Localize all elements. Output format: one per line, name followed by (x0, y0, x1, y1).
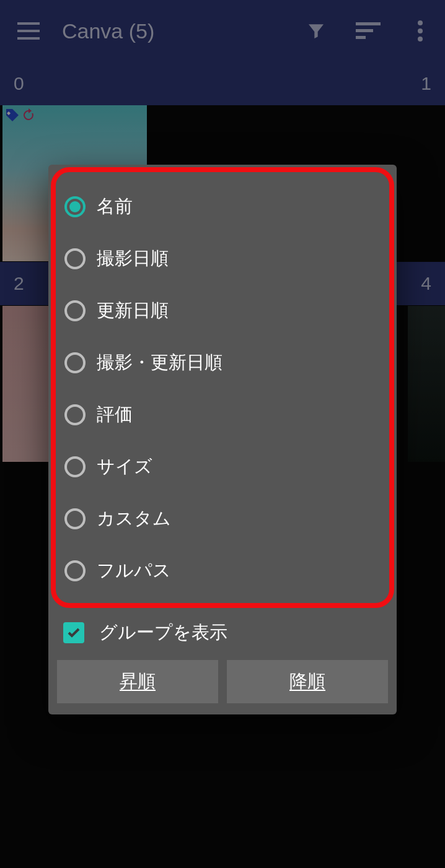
radio-dot (69, 461, 81, 472)
sort-option-row[interactable]: 名前 (58, 181, 387, 233)
sort-option-row[interactable]: 撮影・更新日順 (58, 337, 387, 389)
sort-option-label: 名前 (97, 194, 133, 219)
radio-button[interactable] (64, 404, 86, 425)
radio-dot (69, 357, 81, 368)
radio-button[interactable] (64, 196, 86, 217)
dialog-buttons: 昇順 降順 (48, 655, 397, 707)
descending-button[interactable]: 降順 (227, 660, 388, 703)
radio-button[interactable] (64, 300, 86, 321)
radio-button[interactable] (64, 352, 86, 373)
radio-button[interactable] (64, 560, 86, 581)
radio-dot (69, 253, 81, 264)
show-groups-row[interactable]: グループを表示 (48, 610, 397, 655)
sort-option-label: 撮影・更新日順 (97, 350, 222, 375)
show-groups-label: グループを表示 (99, 620, 227, 645)
sort-option-row[interactable]: 撮影日順 (58, 233, 387, 285)
radio-button[interactable] (64, 456, 86, 477)
radio-button[interactable] (64, 248, 86, 269)
radio-dot (69, 513, 81, 524)
sort-option-label: 評価 (97, 402, 133, 427)
sort-option-row[interactable]: サイズ (58, 441, 387, 493)
sort-option-row[interactable]: フルパス (58, 545, 387, 597)
ascending-button[interactable]: 昇順 (57, 660, 218, 703)
sort-option-label: カスタム (97, 506, 171, 531)
sort-option-row[interactable]: 更新日順 (58, 285, 387, 337)
radio-button[interactable] (64, 508, 86, 529)
sort-dialog: 名前撮影日順更新日順撮影・更新日順評価サイズカスタムフルパス グループを表示 昇… (48, 165, 397, 714)
radio-dot (69, 409, 81, 420)
check-icon (66, 625, 81, 640)
sort-option-label: 撮影日順 (97, 246, 169, 271)
radio-dot (69, 201, 81, 212)
radio-dot (69, 305, 81, 316)
sort-option-row[interactable]: カスタム (58, 493, 387, 545)
radio-dot (69, 565, 81, 576)
sort-option-label: フルパス (97, 558, 171, 583)
sort-options-highlight: 名前撮影日順更新日順撮影・更新日順評価サイズカスタムフルパス (51, 167, 394, 608)
sort-option-label: 更新日順 (97, 298, 169, 323)
sort-options-list: 名前撮影日順更新日順撮影・更新日順評価サイズカスタムフルパス (58, 181, 387, 597)
sort-option-row[interactable]: 評価 (58, 389, 387, 441)
sort-option-label: サイズ (97, 454, 152, 479)
show-groups-checkbox[interactable] (63, 622, 84, 643)
